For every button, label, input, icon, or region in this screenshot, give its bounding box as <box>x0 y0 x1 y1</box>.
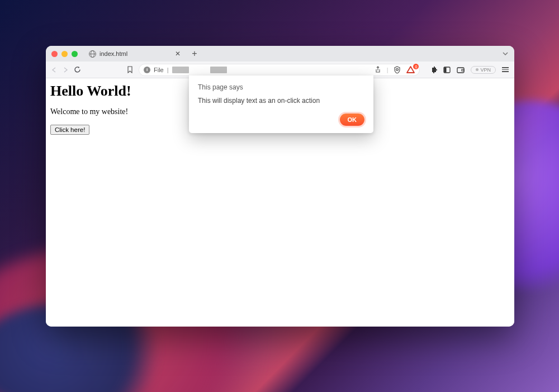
svg-point-1 <box>397 69 397 69</box>
minimize-window-button[interactable] <box>61 51 68 57</box>
svg-rect-3 <box>444 67 447 72</box>
tabs-dropdown-button[interactable] <box>502 50 509 57</box>
browser-tab[interactable]: index.html ✕ <box>86 46 185 62</box>
tab-title: index.html <box>100 50 127 57</box>
globe-icon <box>89 50 96 58</box>
redacted-path-segment <box>210 67 227 73</box>
forward-button[interactable] <box>63 67 68 73</box>
redacted-path-segment <box>172 67 189 73</box>
vpn-button[interactable]: VPN <box>471 66 496 74</box>
toolbar-right: VPN <box>430 66 509 74</box>
shield-icon[interactable] <box>394 66 401 74</box>
click-here-button[interactable]: Click here! <box>50 125 89 135</box>
sidebar-icon[interactable] <box>443 67 451 73</box>
url-scheme: File <box>154 67 164 73</box>
back-button[interactable] <box>51 67 57 73</box>
alert-dialog: This page says This will display text as… <box>189 75 373 133</box>
dialog-title: This page says <box>198 83 364 91</box>
maximize-window-button[interactable] <box>72 51 78 57</box>
tab-bar: index.html ✕ + <box>46 46 514 62</box>
svg-rect-4 <box>457 68 464 73</box>
vpn-label: VPN <box>480 67 491 73</box>
vpn-status-dot <box>476 68 479 71</box>
window-controls <box>51 51 78 57</box>
ok-button[interactable]: OK <box>340 114 365 126</box>
share-icon[interactable] <box>375 66 381 73</box>
close-tab-button[interactable]: ✕ <box>175 50 181 58</box>
extensions-icon[interactable] <box>430 66 437 73</box>
wallet-icon[interactable] <box>457 67 465 73</box>
rewards-badge: 0 <box>413 64 419 69</box>
bookmark-icon[interactable] <box>127 66 133 73</box>
menu-button[interactable] <box>502 67 509 72</box>
dialog-message: This will display text as an on-click ac… <box>198 97 364 105</box>
brave-rewards-icon[interactable]: 0 <box>406 66 415 73</box>
new-tab-button[interactable]: + <box>190 49 200 59</box>
address-bar[interactable]: i File | | 0 <box>139 64 420 76</box>
reload-button[interactable] <box>74 66 81 73</box>
close-window-button[interactable] <box>51 51 58 57</box>
site-info-icon[interactable]: i <box>144 67 150 73</box>
